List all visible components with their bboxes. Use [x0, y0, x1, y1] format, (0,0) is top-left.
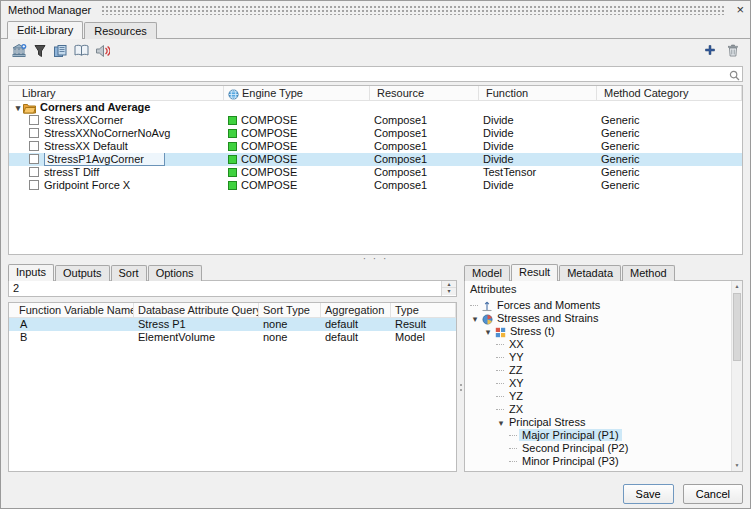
tree-item[interactable]: YY: [467, 351, 729, 364]
column-header-function[interactable]: Function: [479, 86, 597, 101]
toolbar: [9, 43, 742, 63]
tab-outputs[interactable]: Outputs: [55, 265, 110, 281]
tree-item[interactable]: Forces and Moments: [467, 299, 729, 312]
add-library-button[interactable]: [9, 43, 28, 61]
tree-connector: [496, 404, 504, 410]
library-table: LibraryEngine TypeResourceFunctionMethod…: [8, 85, 743, 255]
row-checkbox[interactable]: [29, 115, 39, 125]
save-button[interactable]: Save: [623, 484, 674, 504]
row-checkbox[interactable]: [29, 167, 39, 177]
export-library-button[interactable]: [30, 43, 49, 61]
resource-value: Compose1: [370, 153, 479, 166]
footer: Save Cancel: [617, 484, 743, 504]
cancel-button[interactable]: Cancel: [683, 484, 743, 504]
spinner-down-button[interactable]: ▾: [442, 288, 456, 295]
tree-item[interactable]: ZZ: [467, 364, 729, 377]
library-row[interactable]: StressP1AvgCornerCOMPOSECompose1DivideGe…: [9, 153, 742, 166]
drag-grip[interactable]: [101, 5, 726, 15]
tab-model[interactable]: Model: [464, 265, 510, 281]
libraries-button[interactable]: [51, 43, 70, 61]
tree-connector: [470, 300, 478, 306]
tensor-icon: [493, 325, 507, 338]
column-header-sort-type[interactable]: Sort Type: [259, 303, 321, 318]
attributes-scrollbar[interactable]: ▲ ▼: [731, 281, 742, 471]
tree-item[interactable]: XX: [467, 338, 729, 351]
library-row[interactable]: StressXXNoCornerNoAvgCOMPOSECompose1Divi…: [9, 127, 742, 140]
engine-compose-icon: [228, 116, 237, 125]
library-group-row[interactable]: ▾Corners and Average: [9, 101, 742, 114]
spinner-value[interactable]: 2: [13, 282, 19, 294]
tab-method[interactable]: Method: [622, 265, 675, 281]
column-header-method-category[interactable]: Method Category: [597, 86, 742, 101]
tab-edit-library[interactable]: Edit-Library: [7, 21, 83, 39]
tab-resources[interactable]: Resources: [84, 22, 157, 39]
aggregation: default: [321, 331, 391, 344]
tree-item[interactable]: ▾Stresses and Strains: [467, 312, 729, 325]
engine-compose-icon: [228, 129, 237, 138]
tree-item[interactable]: Major Principal (P1): [467, 429, 729, 442]
library-row[interactable]: Gridpoint Force XCOMPOSECompose1DivideGe…: [9, 179, 742, 192]
close-button[interactable]: ×: [736, 2, 744, 17]
tree-item[interactable]: ▾Principal Stress: [467, 416, 729, 429]
tree-item[interactable]: Absolute Max Principal: [467, 468, 729, 470]
expander-icon[interactable]: ▾: [496, 417, 506, 430]
row-checkbox[interactable]: [29, 141, 39, 151]
row-checkbox[interactable]: [29, 128, 39, 138]
tree-item[interactable]: ZX: [467, 403, 729, 416]
scroll-down-button[interactable]: ▼: [732, 460, 742, 471]
validate-button[interactable]: [93, 43, 112, 61]
delete-button[interactable]: [723, 43, 742, 61]
column-header-database-attribute-query[interactable]: Database Attribute Query: [134, 303, 259, 318]
delete-icon: [727, 43, 739, 55]
toolbar-right: [696, 43, 742, 61]
tree-item-label: ZZ: [506, 364, 525, 376]
row-count-spinner: 2 ▴ ▾: [8, 280, 457, 297]
tree-item[interactable]: Second Principal (P2): [467, 442, 729, 455]
column-header-function-variable-name[interactable]: Function Variable Name: [9, 303, 134, 318]
toolbar-left: [9, 43, 114, 55]
tree-item-label: XY: [506, 377, 527, 389]
variable-row[interactable]: BElementVolumenonedefaultModel: [9, 331, 456, 344]
column-header-resource[interactable]: Resource: [370, 86, 479, 101]
spinner-up-button[interactable]: ▴: [442, 281, 456, 288]
column-header-type[interactable]: Type: [391, 303, 456, 318]
open-library-icon: [74, 43, 89, 55]
tree-item[interactable]: XY: [467, 377, 729, 390]
tree-item[interactable]: YZ: [467, 390, 729, 403]
tree-item-label: Forces and Moments: [494, 299, 603, 311]
scroll-up-button[interactable]: ▲: [732, 281, 742, 292]
row-checkbox[interactable]: [29, 180, 39, 190]
vertical-splitter[interactable]: [457, 302, 464, 472]
method-category-value: Generic: [597, 179, 742, 192]
aggregation: default: [321, 318, 391, 331]
tree-item[interactable]: Minor Principal (P3): [467, 455, 729, 468]
column-header-engine-type[interactable]: Engine Type: [224, 86, 370, 101]
function-value: Divide: [479, 153, 597, 166]
open-library-button[interactable]: [72, 43, 91, 61]
expander-icon[interactable]: ▾: [470, 313, 480, 326]
resource-value: Compose1: [370, 166, 479, 179]
column-header-library[interactable]: Library: [9, 86, 224, 101]
library-row[interactable]: StressXX DefaultCOMPOSECompose1DivideGen…: [9, 140, 742, 153]
scroll-thumb[interactable]: [733, 293, 741, 361]
tab-options[interactable]: Options: [148, 265, 202, 281]
tree-item-label: XX: [506, 338, 527, 350]
expander-icon[interactable]: ▾: [483, 326, 493, 339]
forces-icon: [480, 299, 494, 312]
tree-connector: [509, 456, 517, 462]
search-input[interactable]: [11, 67, 726, 81]
variable-row[interactable]: AStress P1nonedefaultResult: [9, 318, 456, 331]
attributes-panel: Attributes Forces and Moments▾Stresses a…: [464, 280, 743, 472]
library-row[interactable]: stressT DiffCOMPOSECompose1TestTensorGen…: [9, 166, 742, 179]
tab-sort[interactable]: Sort: [111, 265, 147, 281]
add-button[interactable]: [700, 43, 719, 61]
row-checkbox[interactable]: [29, 154, 39, 164]
library-row[interactable]: StressXXCornerCOMPOSECompose1DivideGener…: [9, 114, 742, 127]
tree-item[interactable]: ▾Stress (t): [467, 325, 729, 338]
tab-inputs[interactable]: Inputs: [8, 264, 54, 281]
column-header-aggregation[interactable]: Aggregation: [321, 303, 391, 318]
method-category-value: Generic: [597, 166, 742, 179]
horizontal-splitter[interactable]: · · ·: [8, 256, 743, 263]
tab-result[interactable]: Result: [511, 264, 558, 281]
tab-metadata[interactable]: Metadata: [559, 265, 621, 281]
